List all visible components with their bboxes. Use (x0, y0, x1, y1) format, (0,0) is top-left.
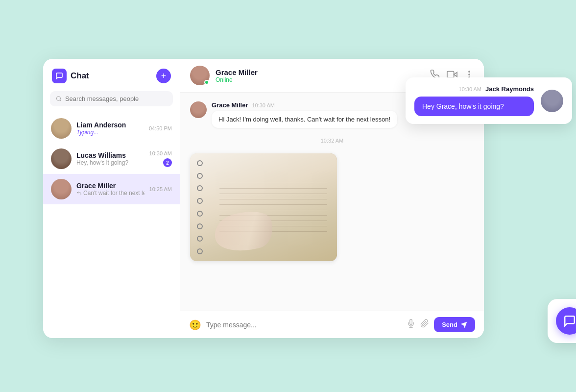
floating-avatar-jack (541, 90, 563, 112)
avatar-grace (51, 179, 72, 199)
spiral-binding (190, 153, 210, 261)
floating-msg-time: 10:30 AM (459, 86, 481, 92)
unread-badge-lucas: 2 (163, 158, 172, 167)
sidebar-title: Chat (71, 71, 89, 81)
contact-preview-liam: Typing... (76, 129, 144, 136)
msg-meta-1: Grace Miller 10:30 AM (212, 101, 397, 109)
contact-name-liam: Liam Anderson (76, 121, 144, 129)
notebook-visual (190, 153, 337, 261)
floating-message: 10:30 AM Jack Raymonds Hey Grace, how's … (406, 77, 572, 124)
contact-time-grace: 10:25 AM (149, 186, 172, 192)
contact-name-grace: Grace Miller (76, 182, 144, 190)
contact-info-liam: Liam Anderson Typing... (76, 121, 144, 136)
sidebar-title-row: Chat (52, 69, 89, 83)
sidebar: Chat + Liam Anderson Typing... (43, 59, 180, 338)
send-button[interactable]: Send (434, 317, 475, 332)
svg-point-4 (469, 71, 470, 72)
contact-item-grace[interactable]: Grace Miller Can't wait for the next les… (43, 174, 180, 204)
chat-contact-name: Grace Miller (216, 68, 424, 76)
contact-preview-lucas: Hey, how's it going? (76, 159, 144, 166)
floating-msg-sender: Jack Raymonds (485, 85, 534, 93)
msg-sender-1: Grace Miller (212, 101, 248, 109)
contact-item-liam[interactable]: Liam Anderson Typing... 04:50 PM (43, 113, 180, 144)
contact-name-lucas: Lucas Williams (76, 151, 144, 159)
send-label: Send (442, 321, 457, 328)
timestamp-label: 10:32 AM (190, 138, 474, 144)
chat-app-icon (52, 69, 67, 83)
chat-contact-status: Online (216, 76, 424, 83)
search-box[interactable] (50, 91, 173, 106)
emoji-button[interactable]: 🙂 (189, 319, 201, 331)
contact-info-grace: Grace Miller Can't wait for the next les… (76, 182, 144, 196)
search-icon (56, 96, 62, 102)
microphone-icon[interactable] (407, 319, 415, 330)
svg-marker-10 (461, 322, 467, 328)
attachment-icon[interactable] (420, 319, 429, 330)
contact-meta-lucas: 10:30 AM 2 (149, 150, 172, 167)
sidebar-header: Chat + (43, 69, 180, 91)
chat-header-info: Grace Miller Online (216, 68, 424, 83)
contacts-list: Liam Anderson Typing... 04:50 PM Lucas W… (43, 113, 180, 338)
scene: Chat + Liam Anderson Typing... (43, 44, 533, 348)
contact-meta-liam: 04:50 PM (149, 125, 172, 131)
floating-msg-content: 10:30 AM Jack Raymonds Hey Grace, how's … (414, 85, 534, 116)
avatar-lucas (51, 148, 72, 169)
floating-msg-meta: 10:30 AM Jack Raymonds (414, 85, 534, 93)
chat-fab-button[interactable] (556, 307, 576, 335)
messages-area: Grace Miller 10:30 AM Hi Jack! I'm doing… (180, 93, 484, 311)
floating-chat-btn-container (548, 299, 576, 343)
msg-content-1: Grace Miller 10:30 AM Hi Jack! I'm doing… (212, 101, 397, 128)
contact-info-lucas: Lucas Williams Hey, how's it going? (76, 151, 144, 166)
add-conversation-button[interactable]: + (156, 69, 171, 83)
chat-input-area: 🙂 Send (180, 311, 484, 338)
svg-rect-3 (447, 71, 454, 77)
online-status-dot (204, 80, 209, 85)
contact-meta-grace: 10:25 AM (149, 186, 172, 192)
msg-avatar-grace (190, 101, 207, 118)
contact-time-liam: 04:50 PM (149, 125, 172, 131)
search-input[interactable] (65, 95, 167, 102)
contact-item-lucas[interactable]: Lucas Williams Hey, how's it going? 10:3… (43, 144, 180, 174)
svg-marker-2 (454, 72, 457, 76)
input-icons (407, 319, 429, 330)
contact-time-lucas: 10:30 AM (149, 150, 172, 156)
msg-bubble-1: Hi Jack! I'm doing well, thanks. Can't w… (212, 111, 397, 128)
message-input[interactable] (206, 321, 402, 329)
floating-msg-bubble: Hey Grace, how's it going? (414, 97, 534, 116)
msg-time-1: 10:30 AM (252, 102, 274, 108)
chat-header-avatar (190, 66, 210, 85)
contact-preview-grace: Can't wait for the next lesson! (76, 190, 144, 196)
avatar-liam (51, 118, 72, 139)
svg-point-5 (469, 74, 470, 75)
svg-line-1 (60, 100, 61, 101)
message-image (190, 153, 337, 261)
